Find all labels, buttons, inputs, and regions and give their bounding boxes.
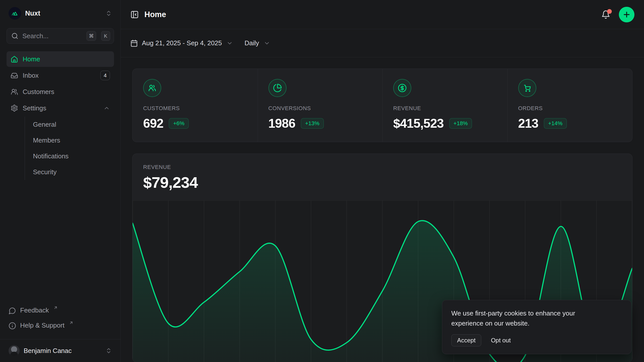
feedback-link[interactable]: Feedback [7, 304, 114, 319]
sidebar-item-general[interactable]: General [32, 117, 114, 132]
external-link-icon [69, 321, 73, 325]
plus-icon [622, 10, 631, 19]
user-name: Benjamin Canac [24, 347, 101, 355]
sidebar-item-notifications[interactable]: Notifications [32, 148, 114, 164]
stat-value: 1986 [268, 116, 295, 131]
date-range-label: Aug 21, 2025 - Sep 4, 2025 [142, 39, 222, 47]
sidebar-item-label: Home [23, 55, 40, 63]
add-button[interactable] [619, 7, 634, 22]
feedback-label: Feedback [20, 306, 49, 314]
help-support-label: Help & Support [20, 322, 64, 329]
chevrons-up-down-icon [105, 347, 112, 354]
sidebar-item-security[interactable]: Security [32, 164, 114, 180]
user-menu[interactable]: Benjamin Canac [7, 339, 114, 362]
stat-value: 213 [518, 116, 538, 131]
sidebar-item-members[interactable]: Members [32, 132, 114, 148]
stat-revenue: REVENUE $415,523 +18% [382, 69, 507, 142]
sidebar: Nuxt Search... ⌘ K Home [0, 0, 121, 362]
sidebar-item-label: Settings [23, 104, 46, 112]
sidebar-item-customers[interactable]: Customers [7, 84, 114, 100]
stat-label: CUSTOMERS [143, 105, 247, 112]
nuxt-logo-icon [9, 7, 21, 20]
info-circle-icon [9, 322, 16, 330]
sidebar-nav: Home Inbox 4 Customers Sett [7, 51, 114, 304]
avatar [9, 345, 20, 356]
users-icon [11, 88, 18, 96]
gear-icon [11, 104, 18, 112]
stat-label: ORDERS [518, 105, 622, 112]
dollar-circle-icon [393, 79, 411, 97]
sidebar-item-inbox[interactable]: Inbox 4 [7, 68, 114, 83]
stat-delta-badge: +18% [449, 118, 472, 129]
inbox-count-badge: 4 [100, 71, 110, 80]
external-link-icon [53, 305, 58, 310]
stat-delta-badge: +14% [544, 118, 567, 129]
home-icon [11, 55, 18, 63]
settings-sub-list: General Members Notifications Security [25, 117, 114, 180]
help-support-link[interactable]: Help & Support [7, 319, 114, 334]
sidebar-item-settings[interactable]: Settings [7, 100, 114, 116]
shopping-cart-icon [518, 79, 536, 97]
cookie-optout-button[interactable]: Opt out [491, 337, 511, 344]
search-icon [11, 32, 18, 39]
stat-label: REVENUE [393, 105, 497, 112]
stat-orders: ORDERS 213 +14% [507, 69, 632, 142]
chevron-up-icon [103, 105, 110, 111]
sidebar-item-label: Customers [23, 88, 54, 96]
revenue-chart-value: $79,234 [143, 173, 622, 191]
stat-value: $415,523 [393, 116, 444, 131]
pie-chart-icon [268, 79, 287, 97]
users-round-icon [143, 79, 161, 97]
kbd-k: K [101, 31, 110, 41]
chevron-down-icon [226, 40, 233, 47]
date-range-picker[interactable]: Aug 21, 2025 - Sep 4, 2025 [130, 39, 233, 47]
message-circle-icon [9, 307, 16, 314]
revenue-chart-header: REVENUE $79,234 [133, 154, 632, 200]
stat-value: 692 [143, 116, 163, 131]
granularity-label: Daily [245, 39, 259, 47]
sidebar-item-label: Inbox [23, 72, 39, 79]
notifications-button[interactable] [601, 10, 610, 19]
workspace-switcher[interactable]: Nuxt [7, 6, 114, 21]
sidebar-collapse-button[interactable] [130, 10, 139, 19]
page-title: Home [144, 10, 601, 19]
sidebar-item-home[interactable]: Home [7, 51, 114, 67]
chevron-down-icon [264, 40, 270, 47]
brand-name: Nuxt [25, 10, 101, 17]
filters-toolbar: Aug 21, 2025 - Sep 4, 2025 Daily [121, 29, 644, 57]
search-input[interactable]: Search... ⌘ K [7, 28, 114, 44]
search-placeholder: Search... [22, 32, 82, 40]
chevrons-up-down-icon [105, 10, 112, 17]
stats-card: CUSTOMERS 692 +6% CONVERSIONS 1986 +13% [132, 69, 632, 142]
calendar-icon [130, 39, 138, 47]
inbox-icon [11, 72, 18, 79]
notification-dot [607, 9, 612, 14]
page-header: Home [121, 0, 644, 29]
cookie-message: We use first-party cookies to enhance yo… [451, 308, 607, 328]
stat-delta-badge: +13% [301, 118, 324, 129]
cookie-banner: We use first-party cookies to enhance yo… [442, 300, 631, 354]
stat-delta-badge: +6% [169, 118, 189, 129]
granularity-select[interactable]: Daily [245, 39, 270, 47]
revenue-chart-label: REVENUE [143, 164, 622, 170]
stat-conversions: CONVERSIONS 1986 +13% [258, 69, 383, 142]
stat-label: CONVERSIONS [268, 105, 372, 112]
kbd-cmd: ⌘ [87, 31, 96, 41]
cookie-accept-button[interactable]: Accept [451, 334, 481, 346]
sidebar-footer: Feedback Help & Support [7, 304, 114, 336]
stat-customers: CUSTOMERS 692 +6% [133, 69, 258, 142]
